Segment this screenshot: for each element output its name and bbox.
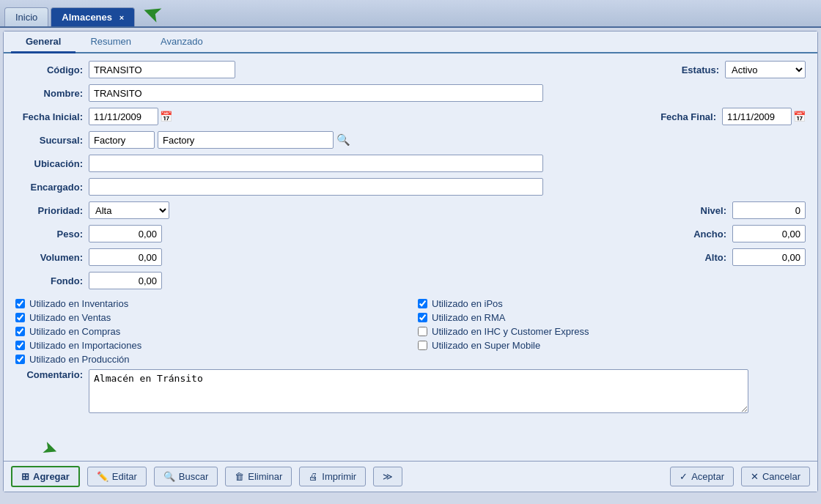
tab-resumen[interactable]: Resumen: [76, 32, 146, 53]
bottom-toolbar: ➤ ⊞ Agregar ✏️ Editar 🔍 Buscar 🗑 Elimina…: [4, 461, 817, 492]
arrow-indicator: ➤: [139, 0, 163, 28]
comentario-textarea[interactable]: Almacén en Tránsito: [89, 369, 748, 413]
aceptar-button[interactable]: ✓ Aceptar: [670, 467, 734, 486]
fecha-final-input[interactable]: [722, 108, 792, 125]
inner-tab-bar: General Resumen Avanzado: [4, 32, 817, 53]
checkbox-ipos-input[interactable]: [418, 299, 427, 308]
fecha-inicial-label: Fecha Inicial:: [15, 111, 89, 122]
tab-bar: Inicio Almacenes × ➤: [0, 0, 821, 28]
encargado-label: Encargado:: [15, 182, 89, 193]
estatus-label: Estatus:: [666, 64, 725, 75]
aceptar-label: Aceptar: [691, 471, 724, 482]
checkbox-section: Utilizado en Inventarios Utilizado en iP…: [15, 295, 806, 369]
codigo-input[interactable]: [89, 61, 235, 78]
checkbox-ventas-label: Utilizado en Ventas: [29, 312, 111, 323]
checkbox-rma: Utilizado en RMA: [418, 312, 806, 323]
buscar-label: Buscar: [179, 471, 208, 482]
row-fechas: Fecha Inicial: 📅 Fecha Final: 📅: [15, 108, 806, 125]
peso-input[interactable]: [89, 225, 162, 242]
aceptar-icon: ✓: [680, 471, 688, 482]
ancho-input[interactable]: [732, 225, 806, 242]
fondo-input[interactable]: [89, 272, 162, 289]
eliminar-button[interactable]: 🗑 Eliminar: [225, 467, 292, 486]
checkbox-ipos-label: Utilizado en iPos: [432, 298, 503, 309]
more-button[interactable]: ≫: [373, 467, 402, 486]
row-nombre: Nombre:: [15, 84, 806, 102]
fecha-final-calendar-icon[interactable]: 📅: [793, 111, 806, 122]
ubicacion-input[interactable]: [89, 155, 543, 172]
encargado-input[interactable]: [89, 178, 543, 196]
tab-inicio-label: Inicio: [15, 12, 37, 23]
fecha-inicial-input[interactable]: [89, 108, 158, 125]
row-encargado: Encargado:: [15, 178, 806, 196]
fecha-final-label: Fecha Final:: [653, 111, 722, 122]
volumen-input[interactable]: [89, 248, 162, 266]
checkbox-importaciones-label: Utilizado en Importaciones: [29, 340, 141, 351]
fecha-inicial-calendar-icon[interactable]: 📅: [160, 111, 172, 122]
editar-icon: ✏️: [97, 471, 108, 482]
fecha-final-field: 📅: [722, 108, 806, 125]
alto-label: Alto:: [688, 252, 732, 263]
checkbox-supermobile-label: Utilizado en Super Mobile: [432, 340, 540, 351]
nombre-label: Nombre:: [15, 88, 89, 99]
ubicacion-label: Ubicación:: [15, 158, 89, 169]
row-peso: Peso: Ancho:: [15, 225, 806, 242]
checkbox-ventas-input[interactable]: [15, 313, 25, 322]
form-area: Código: Estatus: Activo Inactivo Nombre:…: [4, 53, 817, 461]
eliminar-icon: 🗑: [235, 471, 244, 482]
alto-input[interactable]: [732, 248, 806, 266]
agregar-button[interactable]: ⊞ Agregar: [11, 466, 80, 487]
checkbox-inventarios-input[interactable]: [15, 299, 25, 308]
row-prioridad: Prioridad: Alta Media Baja Nivel:: [15, 201, 806, 219]
checkbox-inventarios-label: Utilizado en Inventarios: [29, 298, 128, 309]
checkbox-produccion-label: Utilizado en Producción: [29, 354, 130, 365]
nivel-input[interactable]: [732, 201, 806, 219]
sucursal-search-icon[interactable]: 🔍: [336, 133, 350, 147]
checkbox-compras-input[interactable]: [15, 327, 25, 336]
tab-almacenes[interactable]: Almacenes ×: [51, 7, 135, 26]
checkbox-ihc-label: Utilizado en IHC y Customer Express: [432, 326, 589, 337]
editar-label: Editar: [112, 471, 137, 482]
row-ubicacion: Ubicación:: [15, 155, 806, 172]
imprimir-label: Imprimir: [322, 471, 356, 482]
checkbox-supermobile: Utilizado en Super Mobile: [418, 340, 806, 351]
checkbox-rma-label: Utilizado en RMA: [432, 312, 505, 323]
checkbox-rma-input[interactable]: [418, 313, 427, 322]
imprimir-button[interactable]: 🖨 Imprimir: [299, 467, 366, 486]
buscar-button[interactable]: 🔍 Buscar: [154, 467, 218, 486]
editar-button[interactable]: ✏️ Editar: [87, 467, 147, 486]
fondo-label: Fondo:: [15, 275, 89, 286]
prioridad-select[interactable]: Alta Media Baja: [89, 201, 169, 219]
prioridad-label: Prioridad:: [15, 205, 89, 216]
checkbox-compras: Utilizado en Compras: [15, 326, 403, 337]
sucursal-code-input[interactable]: [89, 131, 155, 149]
more-icon: ≫: [383, 471, 393, 482]
fecha-inicial-field: 📅: [89, 108, 172, 125]
ancho-label: Ancho:: [688, 229, 732, 240]
tab-almacenes-close[interactable]: ×: [119, 13, 124, 22]
estatus-select[interactable]: Activo Inactivo: [725, 61, 806, 78]
row-comentario: Comentario: Almacén en Tránsito: [15, 369, 806, 413]
sucursal-name-input[interactable]: [158, 131, 334, 149]
tab-general[interactable]: General: [11, 32, 76, 53]
nombre-input[interactable]: [89, 84, 543, 102]
nivel-label: Nivel:: [688, 205, 732, 216]
tab-avanzado[interactable]: Avanzado: [146, 32, 218, 53]
cancelar-label: Cancelar: [762, 471, 800, 482]
checkbox-ventas: Utilizado en Ventas: [15, 312, 403, 323]
checkbox-ihc-input[interactable]: [418, 327, 427, 336]
cancelar-button[interactable]: ✕ Cancelar: [741, 467, 810, 486]
row-volumen: Volumen: Alto:: [15, 248, 806, 266]
checkbox-supermobile-input[interactable]: [418, 341, 427, 350]
row-codigo: Código: Estatus: Activo Inactivo: [15, 61, 806, 78]
row-fondo: Fondo:: [15, 272, 806, 289]
checkbox-inventarios: Utilizado en Inventarios: [15, 298, 403, 309]
imprimir-icon: 🖨: [309, 471, 318, 482]
checkbox-compras-label: Utilizado en Compras: [29, 326, 120, 337]
sucursal-label: Sucursal:: [15, 135, 89, 146]
checkbox-produccion-input[interactable]: [15, 355, 25, 364]
row-sucursal: Sucursal: 🔍: [15, 131, 806, 149]
tab-inicio[interactable]: Inicio: [4, 7, 48, 26]
checkbox-importaciones-input[interactable]: [15, 341, 25, 350]
agregar-icon: ⊞: [21, 471, 29, 482]
